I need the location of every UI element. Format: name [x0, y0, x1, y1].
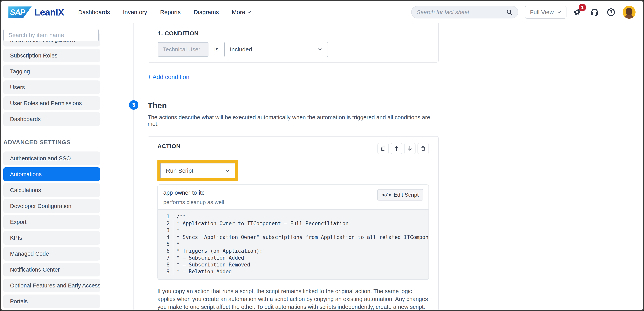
view-selector-value: Full View — [530, 9, 554, 16]
code-text: * – Subscription Added — [173, 254, 244, 261]
nav-item-dashboards[interactable]: Dashboards — [78, 9, 110, 16]
chevron-down-icon — [318, 47, 322, 52]
help-button[interactable] — [606, 7, 616, 17]
sidebar-list: Meta Model Configuration Subscription Ro… — [3, 33, 100, 126]
support-button[interactable] — [590, 7, 600, 17]
delete-action-button[interactable] — [418, 143, 429, 154]
headset-icon — [590, 8, 599, 17]
code-text: * — [173, 241, 180, 248]
line-number: 8 — [158, 261, 173, 268]
view-selector-dropdown[interactable]: Full View — [525, 6, 566, 19]
script-code-preview[interactable]: 1/** 2* Application Owner to ITComponent… — [158, 209, 428, 280]
then-description: The actions describe what will be execut… — [148, 114, 439, 127]
sidebar-item-user-roles-and-permissions[interactable]: User Roles and Permissions — [3, 96, 100, 110]
sidebar-item-tagging[interactable]: Tagging — [3, 64, 100, 78]
arrow-up-icon — [393, 146, 400, 152]
then-section: 3 Then The actions describe what will be… — [148, 101, 439, 127]
move-action-up-button[interactable] — [391, 143, 402, 154]
condition-value-select[interactable]: Included — [224, 42, 328, 57]
nav-item-diagrams[interactable]: Diagrams — [194, 9, 219, 16]
action-type-select[interactable]: Run Script — [160, 163, 235, 178]
sidebar-item-authentication-and-sso[interactable]: Authentication and SSO — [3, 152, 100, 165]
sap-leanix-logo[interactable]: SAP LeanIX — [8, 6, 64, 18]
copy-icon — [380, 146, 386, 152]
page-body: Meta Model Configuration Subscription Ro… — [1, 23, 643, 310]
annotation-highlight: Run Script — [158, 160, 238, 181]
line-number: 3 — [158, 227, 173, 234]
chevron-down-icon — [247, 10, 252, 14]
code-line: 4* Syncs "Application Owner" subscriptio… — [158, 234, 428, 241]
sidebar-item-subscription-roles[interactable]: Subscription Roles — [3, 49, 100, 62]
code-line: 5* — [158, 241, 428, 248]
code-line: 9* – Relation Added — [158, 268, 428, 275]
action-card: ACTION — [148, 136, 439, 310]
code-text: * – Relation Added — [173, 268, 232, 275]
settings-sidebar: Meta Model Configuration Subscription Ro… — [1, 23, 102, 310]
chevron-down-icon — [557, 10, 561, 14]
edit-script-button[interactable]: </> Edit Script — [377, 189, 424, 200]
user-avatar[interactable] — [622, 6, 636, 19]
sidebar-item-notifications-center[interactable]: Notifications Center — [3, 263, 100, 276]
code-line: 1/** — [158, 213, 428, 220]
fact-sheet-search-input[interactable] — [417, 9, 506, 16]
sidebar-item-portals[interactable]: Portals — [3, 294, 100, 308]
line-number: 5 — [158, 241, 173, 248]
action-toolbar — [378, 143, 429, 154]
sidebar-item-dashboards[interactable]: Dashboards — [3, 112, 100, 126]
sidebar-item-kpis[interactable]: KPIs — [3, 231, 100, 245]
sidebar-item-optional-features[interactable]: Optional Features and Early Access — [3, 278, 100, 292]
step-number-badge: 3 — [129, 100, 138, 110]
sidebar-item-developer-configuration[interactable]: Developer Configuration — [3, 199, 100, 213]
move-action-down-button[interactable] — [404, 143, 416, 154]
code-text: * — [173, 227, 180, 234]
line-number: 2 — [158, 220, 173, 227]
chevron-down-icon — [225, 168, 230, 173]
copy-action-button[interactable] — [378, 143, 389, 154]
action-type-value: Run Script — [166, 167, 193, 174]
action-card-header: ACTION — [158, 143, 429, 154]
sidebar-item-managed-code[interactable]: Managed Code — [3, 247, 100, 260]
condition-title: 1. CONDITION — [158, 30, 428, 37]
code-text: * Syncs "Application Owner" subscription… — [173, 234, 429, 241]
avatar-shoulders — [624, 15, 634, 19]
line-number: 7 — [158, 254, 173, 261]
condition-operator-label: is — [214, 46, 218, 53]
code-line: 8* – Subscription Removed — [158, 261, 428, 268]
trash-icon — [420, 146, 426, 152]
navbar-right-group: Full View 1 — [411, 6, 636, 19]
announcements-button[interactable]: 1 — [573, 7, 583, 17]
code-text: * – Subscription Removed — [173, 261, 250, 268]
code-line: 6* Triggers (on Application): — [158, 248, 428, 254]
sidebar-search-input[interactable] — [3, 29, 99, 42]
code-text: * Triggers (on Application): — [173, 248, 262, 254]
main-navigation: Dashboards Inventory Reports Diagrams Mo… — [78, 9, 252, 16]
condition-field-input[interactable]: Technical User — [158, 42, 208, 57]
nav-item-reports[interactable]: Reports — [160, 9, 181, 16]
fact-sheet-search[interactable] — [411, 6, 518, 18]
script-panel: app-owner-to-itc performs cleanup as wel… — [158, 184, 429, 280]
search-icon — [506, 9, 513, 16]
condition-row: Technical User is Included — [158, 42, 428, 57]
step-timeline-line — [134, 23, 134, 310]
line-number: 6 — [158, 248, 173, 254]
code-text: /** — [173, 213, 186, 220]
sidebar-item-automations[interactable]: Automations — [3, 167, 100, 181]
sidebar-section-advanced-settings: ADVANCED SETTINGS — [3, 139, 100, 146]
condition-card: 1. CONDITION Technical User is Included — [148, 23, 439, 62]
sidebar-item-calculations[interactable]: Calculations — [3, 183, 100, 197]
nav-item-inventory[interactable]: Inventory — [123, 9, 147, 16]
line-number: 9 — [158, 268, 173, 275]
sidebar-item-export[interactable]: Export — [3, 215, 100, 229]
nav-item-more[interactable]: More — [232, 9, 252, 16]
then-title: Then — [148, 101, 439, 110]
edit-script-label: Edit Script — [394, 192, 419, 198]
add-condition-link[interactable]: + Add condition — [148, 74, 190, 81]
notification-badge: 1 — [579, 4, 586, 11]
action-title: ACTION — [158, 143, 180, 150]
avatar-face — [626, 8, 632, 16]
sidebar-item-users[interactable]: Users — [3, 80, 100, 94]
code-line: 7* – Subscription Added — [158, 254, 428, 261]
script-copy-note: If you copy an action that runs a script… — [158, 287, 431, 310]
automation-editor-main: 1. CONDITION Technical User is Included … — [102, 23, 643, 310]
nav-more-label: More — [232, 9, 245, 16]
